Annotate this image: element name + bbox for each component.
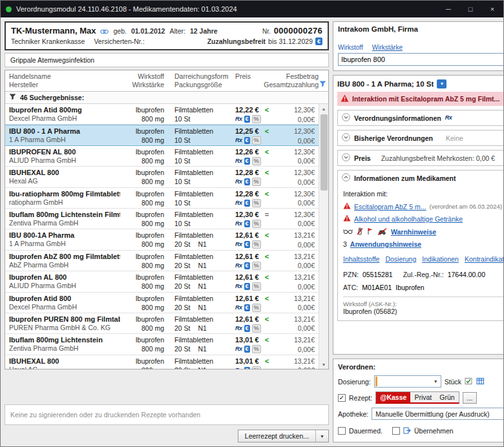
drug-strength: 800 mg	[120, 303, 164, 312]
scrollbar-thumb[interactable]	[320, 114, 328, 191]
table-header[interactable]: Handelsname Hersteller Wirkstoff Wirkstä…	[5, 70, 328, 92]
dropdown-arrow-icon[interactable]: ▼	[431, 379, 441, 384]
atc-row: ATC: M01AE01 Ibuprofen €	[343, 284, 503, 291]
header-handelsname[interactable]: Handelsname Hersteller	[9, 72, 120, 89]
table-row[interactable]: IBUHEXAL 800 Hexal AG Ibuprofen 800 mg F…	[5, 355, 319, 369]
scroll-down-icon[interactable]: ▼	[319, 360, 328, 369]
drug-pack-size: 20 St	[174, 366, 191, 369]
chevron-down-icon[interactable]	[342, 153, 350, 163]
table-row[interactable]: Ibuprofen AL 800 ALIUD Pharma GmbH Ibupr…	[5, 271, 319, 292]
percent-icon: %	[252, 324, 261, 333]
print-dropdown-icon[interactable]: ▼	[316, 430, 328, 442]
header-darreichungsform[interactable]: Darreichungsform Packungsgröße	[171, 72, 235, 89]
table-row[interactable]: Ibuprofen Atid 800 Dexcel Pharma GmbH Ib…	[5, 293, 319, 313]
row-price-cell: 12,61 € < 13,21€ Rx € % 0,00€	[235, 252, 315, 271]
patient-number-label: Nr.	[262, 28, 271, 35]
table-row[interactable]: Ibuprofen Atid 800mg Dexcel Pharma GmbH …	[5, 104, 319, 125]
table-row[interactable]: IBU 800 - 1 A Pharma 1 A Pharma GmbH Ibu…	[5, 125, 319, 145]
section-verordnungsinfo-header[interactable]: Verordnungsinformationen Rx	[338, 110, 503, 125]
gruen-button[interactable]: Grün	[436, 392, 458, 402]
tab-wirkstaerke[interactable]: Wirkstärke	[372, 44, 403, 51]
filter-icon[interactable]	[319, 81, 326, 88]
scroll-up-icon[interactable]: ▲	[319, 104, 328, 113]
minimize-icon[interactable]: ─	[437, 1, 459, 17]
apotheke-dropdown[interactable]: Manuelle Übermittlung (per Ausdruck) ▼	[372, 408, 503, 420]
table-row[interactable]: Ibuflam 800mg Lichtenstein Filmtabl... Z…	[5, 209, 319, 229]
warnhinweise-link[interactable]: Warnhinweise	[391, 228, 436, 236]
table-row[interactable]: Ibuflam 800mg Lichtenstein Zentiva Pharm…	[5, 334, 319, 355]
table-row[interactable]: IBU 800-1A Pharma 1 A Pharma GmbH Ibupro…	[5, 229, 319, 250]
row-form-cell: Filmtabletten 10 St	[171, 105, 235, 124]
link-indikationen[interactable]: Indikationen	[422, 255, 459, 263]
drug-pack-size: 20 St	[174, 282, 191, 290]
header-preis[interactable]: Preis Festbetrag Gesamtzuzahlung	[235, 72, 319, 89]
dosierung-label: Dosierung:	[338, 378, 371, 386]
chevron-down-icon[interactable]	[342, 133, 350, 143]
row-form-cell: Filmtabletten 10 St	[171, 210, 235, 229]
table-scrollbar[interactable]: ▲ ▼	[319, 104, 328, 369]
link-kontraindikationen[interactable]: Kontraindikationen	[465, 255, 503, 263]
rx-icon: Rx	[235, 158, 242, 165]
section-preis-header[interactable]: Preis Zuzahlungsbefreit Mehrkosten: 0,00…	[338, 151, 503, 165]
close-icon[interactable]: ×	[481, 1, 503, 17]
uebernehmen-checkbox[interactable]	[392, 427, 400, 435]
fixed-price: 13,21€	[294, 315, 315, 324]
search-box[interactable]: ×	[338, 53, 503, 66]
rx-icon: Rx	[235, 116, 242, 123]
interaction-drug-link[interactable]: Escitalopram AbZ 5 m...	[354, 203, 426, 211]
quantity-check-icon[interactable]	[465, 377, 473, 386]
drug-strength: 800 mg	[120, 261, 164, 270]
tab-wirkstoff[interactable]: Wirkstoff	[338, 44, 363, 51]
table-row[interactable]: IBUPROFEN AL 800 ALIUD Pharma GmbH Ibupr…	[5, 146, 319, 167]
table-row[interactable]: Ibuprofen PUREN 800 mg Filmtablet... PUR…	[5, 313, 319, 334]
section-bisherige-header[interactable]: Bisherige Verordnungen Keine	[338, 130, 503, 145]
rezept-checkbox[interactable]: ✓	[338, 394, 346, 402]
drug-substance: Ibuprofen	[120, 105, 164, 114]
drug-price: 12,22 €	[235, 105, 259, 114]
section-informationen: Informationen zum Medikament Interaktion…	[337, 170, 503, 321]
kasse-button[interactable]: @Kasse	[376, 392, 410, 402]
dauermed-checkbox[interactable]	[338, 427, 346, 435]
med-dropdown-icon[interactable]: ▼	[437, 79, 446, 88]
row-price-cell: 12,61 € < 13,21€ Rx € % 0,00€	[235, 273, 315, 291]
table-row[interactable]: Ibuprofen AbZ 800 mg Filmtabletten AbZ P…	[5, 251, 319, 271]
diagnosis-bar: Grippale Atemwegsinfektion	[5, 53, 329, 67]
fixed-price: 13,21€	[294, 252, 315, 261]
price-compare: <	[265, 335, 269, 344]
link-dosierung[interactable]: Dosierung	[385, 255, 416, 263]
chevron-up-icon[interactable]	[342, 173, 350, 183]
row-name-cell: Ibuprofen AL 800 ALIUD Pharma GmbH	[9, 273, 120, 291]
header-wirkstoff[interactable]: Wirkstoff Wirkstärke	[120, 72, 171, 89]
insurance-name: Techniker Krankenkasse	[11, 37, 85, 45]
copay-amount: 0,00€	[298, 304, 315, 311]
atc-label: ATC:	[343, 284, 358, 291]
dosierung-dropdown[interactable]: ▼	[374, 375, 441, 388]
table-row[interactable]: Ibu-ratiopharm 800mg Filmtabletten ratio…	[5, 188, 319, 209]
interaction-warning-bar[interactable]: Interaktion mit Escitalopram AbZ 5 mg Fi…	[337, 92, 503, 106]
price-compare: <	[265, 252, 269, 261]
alcohol-link[interactable]: Alkohol und alkoholhaltige Getränke	[354, 215, 463, 223]
link-icon[interactable]	[100, 28, 109, 36]
euro-icon: €	[244, 304, 250, 311]
maximize-icon[interactable]: □	[459, 1, 481, 17]
table-row[interactable]: IBUHEXAL 800 Hexal AG Ibuprofen 800 mg F…	[5, 167, 319, 187]
drug-form: Filmtabletten	[174, 189, 235, 198]
privat-button[interactable]: Privat	[410, 392, 436, 402]
package-grid-icon[interactable]	[476, 377, 485, 386]
section-informationen-header[interactable]: Informationen zum Medikament	[338, 171, 503, 185]
drug-name: Ibu-ratiopharm 800mg Filmtabletten	[9, 189, 120, 198]
results-table: Handelsname Hersteller Wirkstoff Wirkstä…	[5, 70, 329, 369]
print-blank-recipe-button[interactable]: Leerrezept drucken... ▼	[238, 430, 329, 442]
drug-strength: 800 mg	[120, 366, 164, 369]
link-inhaltsstoffe[interactable]: Inhaltsstoffe	[343, 255, 379, 263]
interaction-note: (verordnet am 06.03.2024)	[429, 203, 501, 210]
chevron-down-icon[interactable]	[342, 113, 350, 123]
row-name-cell: Ibu-ratiopharm 800mg Filmtabletten ratio…	[9, 189, 120, 208]
drug-manufacturer: Dexcel Pharma GmbH	[9, 114, 120, 123]
warning-triangle-icon	[343, 214, 351, 223]
med-header: IBU 800 - 1 A Pharma; 10 St ▼ ×	[333, 76, 503, 92]
drug-substance: Ibuprofen	[120, 168, 164, 177]
more-options-button[interactable]: ...	[463, 392, 478, 404]
search-input[interactable]	[341, 56, 503, 63]
anwendungshinweise-link[interactable]: Anwendungshinweise	[350, 240, 421, 248]
